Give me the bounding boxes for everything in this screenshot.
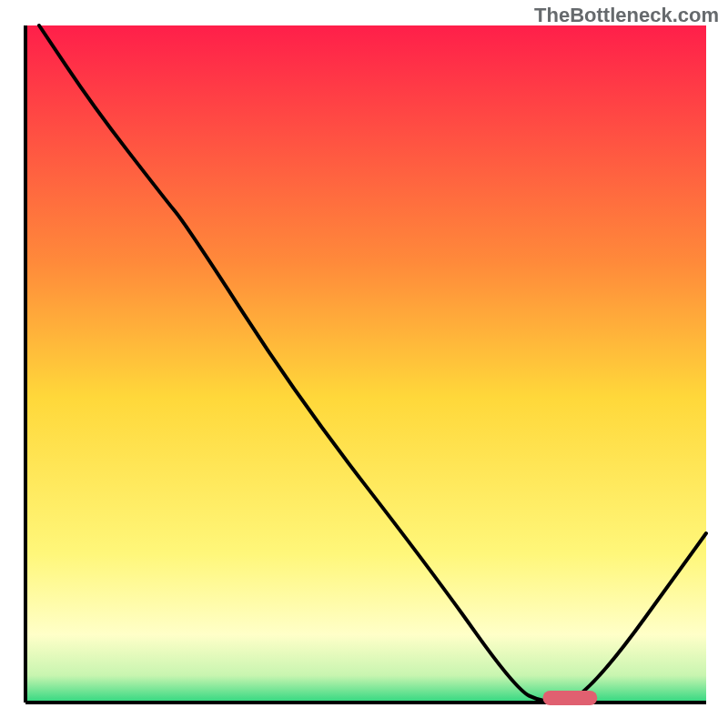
plot-area <box>25 25 706 703</box>
watermark-text: TheBottleneck.com <box>534 4 719 27</box>
optimum-marker <box>543 691 598 705</box>
chart-svg <box>0 0 728 728</box>
